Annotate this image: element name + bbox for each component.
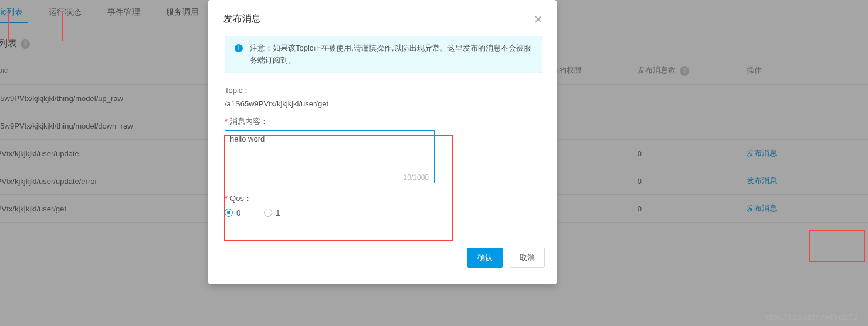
form-row-qos: *Qos： 0 1 bbox=[225, 193, 542, 217]
qos-radio-0[interactable]: 0 bbox=[225, 209, 240, 217]
form-row-topic: Topic： /a1S65w9PVtx/kjkjkjkl/user/get bbox=[225, 85, 542, 108]
alert-text: 注意：如果该Topic正在被使用,请谨慎操作,以防出现异常。这里发布的消息不会被… bbox=[250, 43, 531, 65]
publish-message-dialog: 发布消息 ✕ i 注意：如果该Topic正在被使用,请谨慎操作,以防出现异常。这… bbox=[208, 0, 557, 284]
dialog-header: 发布消息 ✕ bbox=[208, 0, 557, 36]
topic-label: Topic： bbox=[225, 85, 542, 96]
info-icon: i bbox=[235, 44, 243, 52]
cancel-button[interactable]: 取消 bbox=[510, 248, 545, 268]
content-label: *消息内容： bbox=[225, 116, 542, 127]
qos-label: *Qos： bbox=[225, 193, 542, 204]
dialog-footer: 确认 取消 bbox=[208, 230, 557, 280]
form-row-content: *消息内容： 10/1000 bbox=[225, 116, 542, 185]
topic-value: /a1S65w9PVtx/kjkjkjkl/user/get bbox=[225, 99, 542, 108]
watermark: https://blog.csdn.net/ngl272 bbox=[764, 312, 857, 321]
char-count: 10/1000 bbox=[404, 173, 429, 182]
close-icon[interactable]: ✕ bbox=[534, 14, 542, 25]
dialog-title: 发布消息 bbox=[223, 13, 261, 25]
ok-button[interactable]: 确认 bbox=[467, 248, 503, 268]
qos-radio-1[interactable]: 1 bbox=[264, 209, 280, 217]
alert-notice: i 注意：如果该Topic正在被使用,请谨慎操作,以防出现异常。这里发布的消息不… bbox=[225, 36, 542, 73]
